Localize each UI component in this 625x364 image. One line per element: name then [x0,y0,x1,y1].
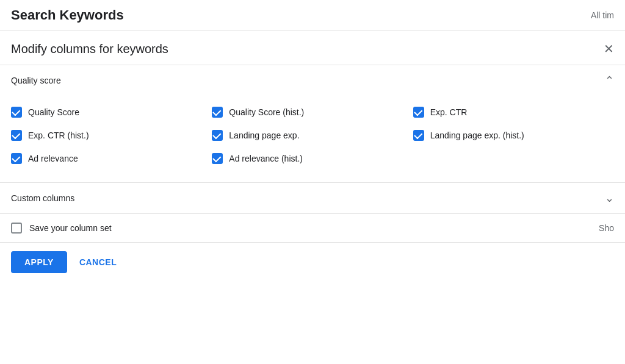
panel-title: Modify columns for keywords [11,42,168,56]
panel-header: Modify columns for keywords ✕ [0,30,625,65]
checkbox-label-landing-page-exp-hist: Landing page exp. (hist.) [430,130,524,140]
quality-score-chevron-icon: ⌃ [605,74,614,87]
checkbox-item-exp-ctr[interactable]: Exp. CTR [413,101,614,124]
checkbox-label-quality-score-hist: Quality Score (hist.) [229,107,304,117]
checkbox-item-ad-relevance[interactable]: Ad relevance [11,147,212,170]
save-column-set-label: Save your column set [29,223,112,233]
save-column-set-checkbox[interactable] [11,223,22,234]
checkbox-landing-page-exp[interactable] [212,130,223,141]
cancel-button[interactable]: CANCEL [74,251,121,273]
checkbox-ad-relevance-hist[interactable] [212,153,223,164]
checkbox-quality-score-hist[interactable] [212,107,223,118]
checkbox-item-exp-ctr-hist[interactable]: Exp. CTR (hist.) [11,124,212,147]
close-icon[interactable]: ✕ [604,41,614,56]
custom-columns-section-header[interactable]: Custom columns ⌄ [0,183,625,213]
footer-right-hint: Sho [599,223,614,233]
custom-columns-chevron-icon: ⌄ [605,191,614,205]
quality-score-section-header[interactable]: Quality score ⌃ [0,65,625,96]
checkbox-label-exp-ctr-hist: Exp. CTR (hist.) [28,130,89,140]
custom-columns-section-title: Custom columns [11,193,74,203]
checkbox-item-landing-page-exp[interactable]: Landing page exp. [212,124,413,147]
checkbox-quality-score[interactable] [11,107,22,118]
checkbox-item-landing-page-exp-hist[interactable]: Landing page exp. (hist.) [413,124,614,147]
checkbox-label-landing-page-exp: Landing page exp. [229,130,299,140]
date-range-label: All tim [591,10,614,20]
save-row: Save your column set [11,223,112,234]
top-bar: Search Keywords All tim [0,0,625,30]
checkbox-item-quality-score-hist[interactable]: Quality Score (hist.) [212,101,413,124]
page-wrapper: Search Keywords All tim Modify columns f… [0,0,625,364]
checkbox-item-quality-score[interactable]: Quality Score [11,101,212,124]
apply-button[interactable]: APPLY [11,251,67,273]
footer-section: Save your column set Sho [0,214,625,243]
checkbox-label-exp-ctr: Exp. CTR [430,107,468,117]
checkbox-exp-ctr-hist[interactable] [11,130,22,141]
quality-score-section: Quality score ⌃ Quality Score Quality Sc… [0,65,625,183]
actions-row: APPLY CANCEL [0,243,625,282]
checkbox-label-quality-score: Quality Score [28,107,79,117]
checkbox-exp-ctr[interactable] [413,107,424,118]
checkbox-landing-page-exp-hist[interactable] [413,130,424,141]
checkbox-label-ad-relevance: Ad relevance [28,154,78,163]
page-title: Search Keywords [11,7,124,23]
quality-score-section-title: Quality score [11,76,61,85]
checkbox-label-ad-relevance-hist: Ad relevance (hist.) [229,154,303,163]
checkbox-item-ad-relevance-hist[interactable]: Ad relevance (hist.) [212,147,413,170]
checkbox-ad-relevance[interactable] [11,153,22,164]
quality-score-checkboxes-grid: Quality Score Quality Score (hist.) Exp.… [0,96,625,182]
custom-columns-section: Custom columns ⌄ [0,183,625,214]
